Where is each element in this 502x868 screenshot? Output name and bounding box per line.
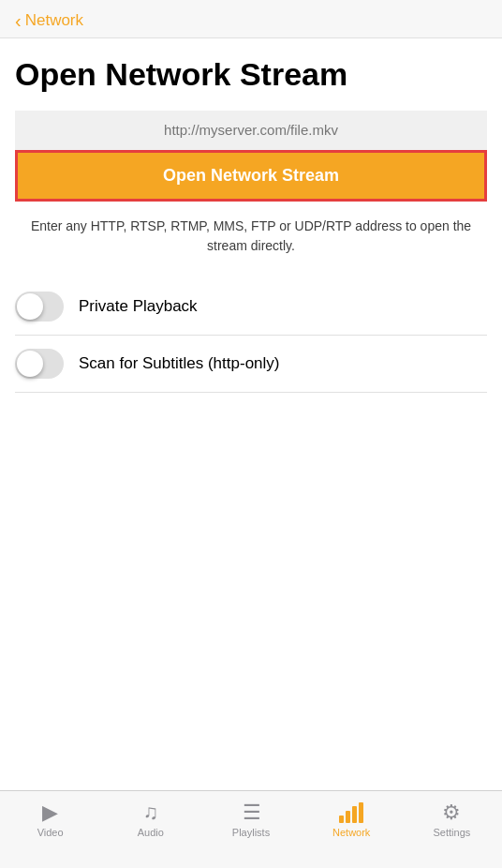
playlists-icon: ☰ <box>243 802 259 823</box>
url-input-container <box>15 111 487 150</box>
audio-icon: ♫ <box>143 802 159 823</box>
private-playback-row: Private Playback <box>15 278 487 336</box>
page-title: Open Network Stream <box>15 57 487 92</box>
tab-playlists-label: Playlists <box>232 827 270 838</box>
scan-subtitles-toggle[interactable] <box>15 349 64 379</box>
toggle-thumb-2 <box>17 351 43 377</box>
video-icon: ▶ <box>42 802 58 823</box>
toggle-track-2 <box>15 349 64 379</box>
tab-video-label: Video <box>37 827 64 838</box>
private-playback-label: Private Playback <box>79 297 198 316</box>
tab-bar: ▶ Video ♫ Audio ☰ Playlists Network ⚙ Se… <box>0 790 502 868</box>
open-network-stream-button[interactable]: Open Network Stream <box>15 150 487 202</box>
info-text: Enter any HTTP, RTSP, RTMP, MMS, FTP or … <box>15 217 487 256</box>
scan-subtitles-row: Scan for Subtitles (http-only) <box>15 336 487 393</box>
scan-subtitles-label: Scan for Subtitles (http-only) <box>79 354 279 373</box>
bar-2 <box>346 811 350 823</box>
back-chevron-icon: ‹ <box>15 11 22 30</box>
tab-audio[interactable]: ♫ Audio <box>100 799 200 842</box>
tab-playlists[interactable]: ☰ Playlists <box>200 799 301 842</box>
url-input[interactable] <box>30 122 472 138</box>
tab-settings-label: Settings <box>434 827 471 838</box>
bar-3 <box>352 806 357 823</box>
tab-network-label: Network <box>332 827 370 838</box>
back-button[interactable]: ‹ Network <box>15 11 487 30</box>
private-playback-toggle[interactable] <box>15 292 64 322</box>
tab-settings[interactable]: ⚙ Settings <box>402 799 502 842</box>
back-label: Network <box>25 11 83 30</box>
nav-bar: ‹ Network <box>0 0 502 38</box>
tab-video[interactable]: ▶ Video <box>0 799 100 842</box>
main-content: Open Network Stream Open Network Stream … <box>0 38 502 790</box>
network-icon <box>339 802 363 823</box>
settings-icon: ⚙ <box>442 802 461 823</box>
toggle-track <box>15 292 64 322</box>
bar-1 <box>339 816 344 823</box>
tab-audio-label: Audio <box>138 827 164 838</box>
bar-4 <box>359 802 363 823</box>
tab-network[interactable]: Network <box>302 799 402 842</box>
toggle-thumb <box>17 293 43 320</box>
